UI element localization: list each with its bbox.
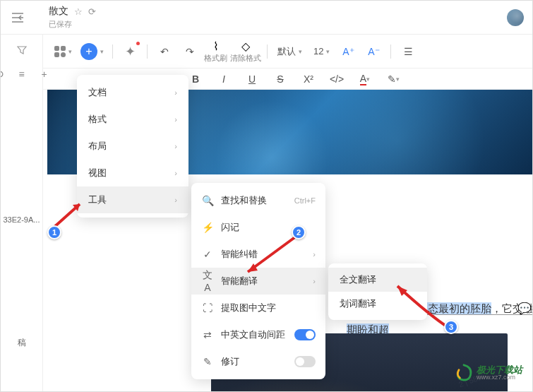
save-status: 已保存 xyxy=(49,19,96,30)
ai-assist-icon[interactable]: ✦ xyxy=(119,40,141,63)
font-size-select[interactable]: 12▾ xyxy=(309,46,334,57)
title-bar: 散文 ☆ ⟳ 已保存 xyxy=(1,1,532,35)
main-dropdown-menu: 文档› 格式› 布局› 视图› 工具› xyxy=(77,75,188,218)
comment-icon[interactable]: 💬 xyxy=(517,302,532,315)
left-sidebar: ⟲ ≡ + 33E2-9A... 稿 xyxy=(1,35,43,391)
sidebar-draft-label[interactable]: 稿 xyxy=(18,337,26,349)
menu-item-tools[interactable]: 工具› xyxy=(77,186,188,213)
spacing-icon: ⇄ xyxy=(201,329,214,340)
logo-swirl-icon xyxy=(454,363,474,383)
superscript-button[interactable]: X² xyxy=(297,68,320,90)
apps-button[interactable]: ▾ xyxy=(49,40,75,63)
toggle-off xyxy=(294,356,316,367)
flash-icon: ⚡ xyxy=(201,222,214,233)
toolbar: ▾ +▾ ✦ ↶ ↷ ⌇ 格式刷 ◇ 清除格式 默认▾ 12▾ A⁺ A⁻ ☰ xyxy=(43,35,533,69)
submenu-smart-correct[interactable]: ✓智能纠错› xyxy=(191,241,325,268)
translate-icon: 文A xyxy=(201,269,214,293)
highlight-button[interactable]: ✎▾ xyxy=(382,68,405,90)
list-icon[interactable]: ≡ xyxy=(12,64,32,84)
font-color-button[interactable]: A▾ xyxy=(354,68,376,90)
annotation-badge-3: 3 xyxy=(444,320,458,334)
submenu-find-replace[interactable]: 🔍查找和替换Ctrl+F xyxy=(191,187,325,214)
collapse-sidebar-icon[interactable] xyxy=(9,9,26,26)
submenu-selection-translate[interactable]: 划词翻译 xyxy=(328,292,427,316)
redo-button[interactable]: ↷ xyxy=(179,40,201,63)
menu-item-layout[interactable]: 布局› xyxy=(77,133,188,160)
submenu-revision[interactable]: ✎修订 xyxy=(191,348,325,375)
sidebar-file-label[interactable]: 33E2-9A... xyxy=(4,215,40,224)
revise-icon: ✎ xyxy=(201,356,214,367)
font-decrease-button[interactable]: A⁻ xyxy=(362,40,385,63)
menu-item-view[interactable]: 视图› xyxy=(77,160,188,186)
tools-submenu: 🔍查找和替换Ctrl+F ⚡闪记 ✓智能纠错› 文A智能翻译› ⛶提取图中文字 … xyxy=(191,183,325,379)
strike-button[interactable]: S xyxy=(269,68,292,90)
search-icon: 🔍 xyxy=(201,195,214,206)
translate-submenu: 全文翻译 划词翻译 xyxy=(328,263,427,320)
submenu-flash-note[interactable]: ⚡闪记 xyxy=(191,214,325,241)
new-button[interactable]: +▾ xyxy=(78,40,107,63)
watermark-logo: 极光下载站 www.xz7.com xyxy=(454,363,522,383)
check-icon: ✓ xyxy=(201,249,214,260)
user-avatar[interactable] xyxy=(507,9,524,26)
menu-item-document[interactable]: 文档› xyxy=(77,79,188,106)
submenu-ocr[interactable]: ⛶提取图中文字 xyxy=(191,295,325,321)
sync-icon[interactable]: ⟳ xyxy=(88,6,96,17)
document-title: 散文 xyxy=(49,5,68,18)
font-increase-button[interactable]: A⁺ xyxy=(337,40,359,63)
ocr-icon: ⛶ xyxy=(201,302,214,314)
submenu-cn-en-spacing[interactable]: ⇄中英文自动间距 xyxy=(191,321,325,348)
italic-button[interactable]: I xyxy=(212,68,235,90)
clear-format-button[interactable]: ◇ 清除格式 xyxy=(230,40,261,62)
submenu-full-translate[interactable]: 全文翻译 xyxy=(328,268,427,292)
cycle-icon[interactable]: ⟲ xyxy=(0,64,9,84)
font-family-select[interactable]: 默认▾ xyxy=(273,45,306,58)
submenu-smart-translate[interactable]: 文A智能翻译› xyxy=(191,268,325,295)
undo-button[interactable]: ↶ xyxy=(153,40,176,63)
format-brush-button[interactable]: ⌇ 格式刷 xyxy=(204,40,227,62)
annotation-badge-2: 2 xyxy=(292,225,306,239)
annotation-badge-1: 1 xyxy=(47,225,61,239)
toggle-on xyxy=(294,329,316,340)
menu-item-format[interactable]: 格式› xyxy=(77,106,188,133)
list-button[interactable]: ☰ xyxy=(397,40,419,63)
star-icon[interactable]: ☆ xyxy=(74,6,83,17)
code-button[interactable]: </> xyxy=(325,68,348,90)
underline-button[interactable]: U xyxy=(241,68,263,90)
filter-icon[interactable] xyxy=(12,40,32,60)
